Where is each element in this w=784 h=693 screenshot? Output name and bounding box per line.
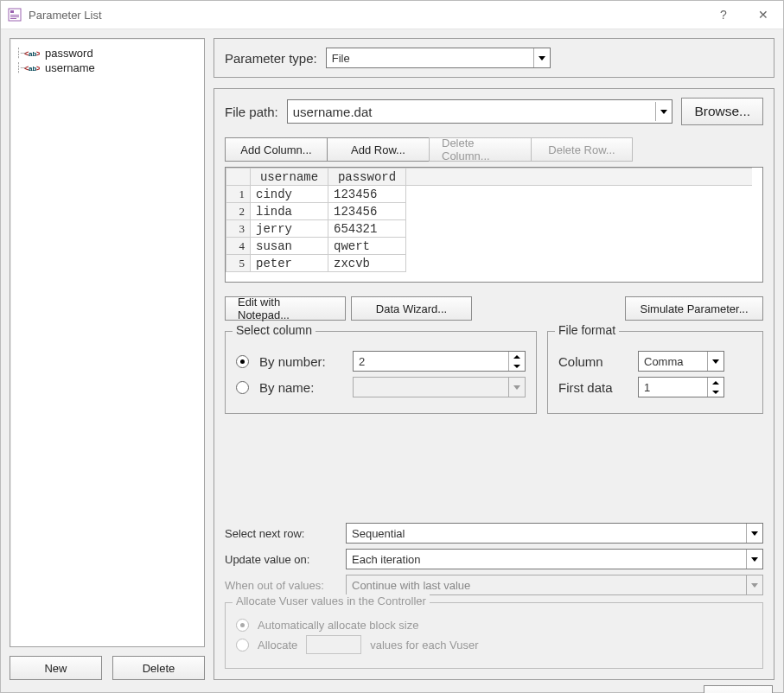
chevron-down-icon [746, 575, 762, 594]
spin-up-icon[interactable] [509, 352, 525, 361]
table-row[interactable]: 4 susan qwert [226, 238, 752, 255]
chevron-down-icon [508, 378, 525, 397]
right-panel: Parameter type: File File path: username… [214, 38, 774, 680]
auto-allocate-radio [236, 619, 249, 632]
when-out-of-values-combo: Continue with last value [346, 575, 763, 595]
chevron-down-icon [746, 524, 762, 543]
help-button[interactable]: ? [704, 1, 743, 29]
parameter-list-window: Parameter List ? ✕ ┊┄ <ab> password ┊┄ <… [0, 0, 784, 693]
svg-rect-3 [10, 16, 19, 17]
select-next-row-label: Select next row: [225, 527, 337, 540]
table-row[interactable]: 1 cindy 123456 [226, 186, 752, 203]
app-icon [8, 8, 22, 22]
add-row-button[interactable]: Add Row... [327, 137, 429, 162]
titlebar: Parameter List ? ✕ [1, 1, 783, 29]
svg-text:>: > [36, 49, 40, 58]
allocate-vuser-group: Allocate Vuser values in the Controller … [225, 602, 763, 669]
parameter-type-combo[interactable]: File [326, 48, 551, 68]
data-grid[interactable]: username password 1 cindy 123456 2 [225, 167, 763, 283]
new-button[interactable]: New [10, 656, 102, 680]
tree-item-label: username [45, 61, 95, 74]
svg-rect-1 [10, 10, 14, 13]
allocate-radio [236, 639, 249, 652]
table-row[interactable]: 5 peter zxcvb [226, 255, 752, 272]
tree-item-password[interactable]: ┊┄ <ab> password [16, 46, 199, 60]
file-param-section: File path: username.dat Browse... Add Co… [214, 88, 774, 680]
allocate-count-input [306, 635, 361, 654]
spin-down-icon[interactable] [509, 361, 525, 371]
by-number-radio[interactable] [236, 355, 249, 368]
column-delim-combo[interactable]: Comma [638, 351, 724, 372]
delete-row-button: Delete Row... [531, 137, 633, 162]
when-out-of-values-label: When out of values: [225, 579, 337, 592]
col-header-blank [406, 168, 752, 186]
update-value-on-combo[interactable]: Each iteration [346, 549, 763, 569]
close-window-button[interactable]: ✕ [743, 1, 783, 29]
by-name-radio[interactable] [236, 381, 249, 394]
by-name-combo [353, 377, 526, 397]
simulate-parameter-button[interactable]: Simulate Parameter... [625, 296, 763, 321]
parameter-type-section: Parameter type: File [214, 38, 774, 78]
chevron-down-icon [533, 48, 550, 67]
param-icon: <ab> [24, 48, 40, 60]
left-panel: ┊┄ <ab> password ┊┄ <ab> username New De… [10, 38, 205, 680]
col-header-password[interactable]: password [328, 168, 406, 186]
table-row[interactable]: 3 jerry 654321 [226, 220, 752, 238]
file-path-label: File path: [225, 105, 278, 119]
data-wizard-button[interactable]: Data Wizard... [351, 296, 472, 321]
by-number-spin[interactable]: 2 [353, 351, 526, 372]
svg-text:>: > [36, 64, 40, 73]
grid-corner[interactable] [226, 168, 251, 186]
col-header-username[interactable]: username [251, 168, 328, 186]
spin-down-icon[interactable] [708, 387, 723, 397]
select-column-group: Select column By number: 2 By name: [225, 331, 537, 414]
file-path-combo[interactable]: username.dat [287, 99, 673, 124]
edit-with-notepad-button[interactable]: Edit with Notepad... [225, 296, 346, 321]
delete-button[interactable]: Delete [112, 656, 205, 680]
svg-rect-4 [10, 18, 16, 19]
spin-up-icon[interactable] [708, 378, 723, 387]
tree-item-username[interactable]: ┊┄ <ab> username [16, 60, 199, 75]
parameter-type-label: Parameter type: [225, 51, 317, 66]
tree-item-label: password [45, 47, 93, 60]
file-format-group: File format Column Comma First data 1 [547, 331, 763, 414]
close-button[interactable]: Close [704, 685, 773, 693]
footer: Close [1, 680, 783, 693]
table-row[interactable]: 2 linda 123456 [226, 203, 752, 220]
update-value-on-label: Update value on: [225, 553, 337, 566]
first-data-spin[interactable]: 1 [638, 377, 724, 397]
browse-button[interactable]: Browse... [681, 98, 763, 125]
add-column-button[interactable]: Add Column... [225, 137, 327, 162]
delete-column-button: Delete Column... [429, 137, 531, 162]
param-icon: <ab> [24, 62, 40, 74]
chevron-down-icon [707, 352, 723, 371]
parameter-tree[interactable]: ┊┄ <ab> password ┊┄ <ab> username [10, 38, 205, 647]
chevron-down-icon [746, 550, 762, 569]
svg-rect-2 [10, 15, 19, 16]
window-title: Parameter List [29, 9, 704, 22]
chevron-down-icon [655, 102, 672, 121]
select-next-row-combo[interactable]: Sequential [346, 523, 763, 544]
